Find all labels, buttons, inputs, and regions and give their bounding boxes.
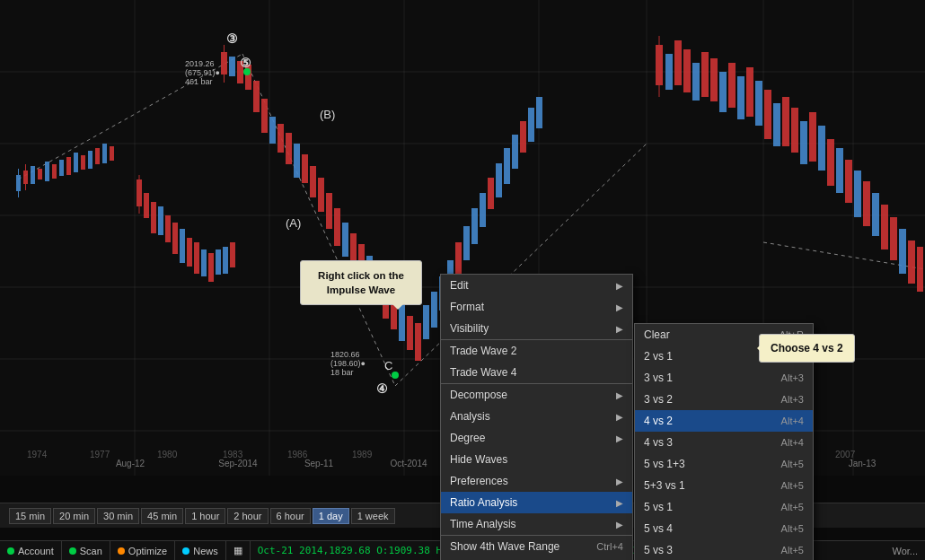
svg-text:(198.60)●: (198.60)● [330,359,366,368]
svg-rect-110 [791,108,798,153]
ratio-3vs2[interactable]: 3 vs 2 Alt+3 [635,389,813,410]
svg-rect-96 [665,54,673,90]
svg-rect-67 [334,208,340,246]
svg-rect-41 [165,215,171,242]
timeframe-6hour[interactable]: 6 hour [270,508,311,524]
optimize-item[interactable]: Optimize [110,541,175,560]
svg-text:Jan-13: Jan-13 [849,459,877,468]
svg-rect-86 [488,178,494,209]
context-menu[interactable]: Edit ▶ Format ▶ Visibility ▶ Trade Wave … [440,274,633,560]
svg-text:Oct-2014: Oct-2014 [390,459,427,468]
svg-rect-46 [201,249,207,276]
optimize-dot [118,547,125,555]
timeframe-15min[interactable]: 15 min [9,508,51,524]
menu-item-format[interactable]: Format ▶ [441,296,632,318]
menu-item-time-analysis[interactable]: Time Analysis ▶ [441,513,632,535]
svg-text:2007: 2007 [835,450,856,459]
chart-icon-item[interactable]: ▦ [226,541,251,560]
svg-rect-97 [674,40,682,85]
svg-text:2019.26: 2019.26 [185,59,215,68]
svg-rect-30 [81,155,85,170]
svg-text:Sep-11: Sep-11 [304,459,334,468]
ratio-4vs2[interactable]: 4 vs 2 Alt+4 [635,410,813,432]
svg-rect-38 [144,193,149,218]
svg-rect-20 [23,171,28,184]
svg-rect-91 [528,108,534,142]
timeframe-1week[interactable]: 1 week [351,508,395,524]
svg-rect-63 [302,154,308,183]
svg-rect-25 [45,162,49,181]
svg-rect-65 [318,178,324,212]
svg-rect-62 [294,144,300,178]
svg-rect-50 [230,242,235,267]
ratio-5vs4[interactable]: 5 vs 4 Alt+5 [635,518,813,539]
svg-rect-34 [110,146,114,161]
ratio-5vs1p3[interactable]: 5 vs 1+3 Alt+5 [635,453,813,475]
svg-rect-117 [854,171,861,217]
svg-rect-48 [216,249,221,275]
menu-item-trade-wave4[interactable]: Trade Wave 4 [441,362,632,383]
svg-rect-119 [872,193,879,236]
svg-rect-79 [431,292,437,328]
choose-tooltip: Choose 4 vs 2 [759,334,855,363]
menu-item-hide-waves[interactable]: Hide Waves [441,449,632,470]
svg-rect-66 [326,193,332,229]
svg-rect-68 [342,223,348,257]
svg-text:⑤: ⑤ [240,56,251,70]
scan-dot [69,547,76,555]
svg-text:C: C [384,359,392,372]
news-item[interactable]: News [175,541,226,560]
svg-rect-32 [95,148,100,164]
svg-rect-88 [504,148,510,184]
menu-item-edit[interactable]: Edit ▶ [441,275,632,296]
news-dot [182,547,189,555]
svg-rect-124 [917,247,923,292]
svg-text:1989: 1989 [352,450,373,459]
timeframe-1day[interactable]: 1 day [313,508,349,524]
chart-icon: ▦ [233,545,242,556]
ratio-5vs1[interactable]: 5 vs 1 Alt+5 [635,496,813,518]
svg-rect-93 [656,45,663,85]
svg-point-149 [392,372,399,379]
svg-rect-107 [764,90,771,139]
menu-item-degree[interactable]: Degree ▶ [441,427,632,449]
ratio-5vs3[interactable]: 5 vs 3 Alt+5 [635,539,813,560]
svg-rect-104 [737,76,744,119]
svg-rect-33 [102,144,107,163]
svg-rect-59 [269,117,276,144]
svg-rect-35 [137,179,142,206]
menu-item-show4th[interactable]: Show 4th Wave Range Ctrl+4 [441,535,632,557]
timeframe-1hour[interactable]: 1 hour [185,508,225,524]
account-item[interactable]: Account [0,541,62,560]
svg-rect-122 [899,229,906,274]
menu-item-analysis[interactable]: Analysis ▶ [441,406,632,427]
timeframe-20min[interactable]: 20 min [53,508,95,524]
menu-item-preferences[interactable]: Preferences ▶ [441,470,632,492]
timeframe-2hour[interactable]: 2 hour [227,508,268,524]
svg-rect-23 [31,166,35,184]
scan-item[interactable]: Scan [62,541,110,560]
timeframe-30min[interactable]: 30 min [97,508,139,524]
svg-rect-83 [463,226,470,260]
svg-text:(B): (B) [320,108,335,121]
svg-rect-45 [194,242,199,274]
svg-rect-58 [261,99,268,133]
menu-item-ratio-analysis[interactable]: Ratio Analysis ▶ [441,492,632,513]
svg-point-148 [243,68,251,75]
svg-text:461 bar: 461 bar [185,77,213,86]
menu-item-trade-wave2[interactable]: Trade Wave 2 [441,339,632,362]
ratio-4vs3[interactable]: 4 vs 3 Alt+4 [635,432,813,453]
svg-rect-61 [286,133,292,164]
svg-rect-112 [809,112,816,162]
svg-rect-17 [16,175,21,191]
svg-text:(675.91)●: (675.91)● [185,68,220,77]
account-dot [7,547,14,555]
svg-text:1986: 1986 [287,450,308,459]
timeframe-45min[interactable]: 45 min [141,508,183,524]
svg-rect-51 [221,52,227,74]
menu-item-visibility[interactable]: Visibility ▶ [441,318,632,339]
ratio-3vs1[interactable]: 3 vs 1 Alt+3 [635,367,813,389]
svg-rect-44 [187,238,192,267]
ratio-5p3vs1[interactable]: 5+3 vs 1 Alt+5 [635,475,813,496]
menu-item-decompose[interactable]: Decompose ▶ [441,383,632,406]
